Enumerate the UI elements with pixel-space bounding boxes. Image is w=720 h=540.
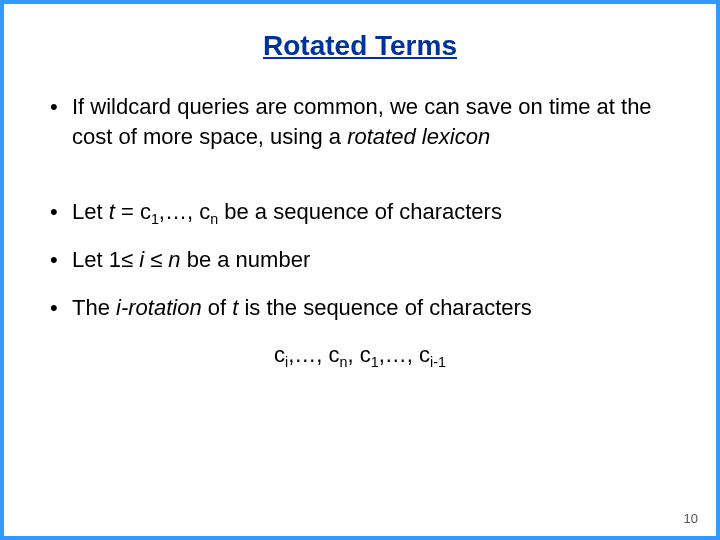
leq-icon: ≤ bbox=[121, 247, 133, 272]
slide-title: Rotated Terms bbox=[44, 30, 676, 62]
b2-d: be a sequence of characters bbox=[218, 199, 502, 224]
spacer bbox=[44, 171, 676, 197]
f-sep3: ,…, c bbox=[379, 342, 430, 367]
b3-a: Let 1 bbox=[72, 247, 121, 272]
f-sub-im1: i-1 bbox=[430, 354, 446, 370]
b3-n: n bbox=[162, 247, 180, 272]
f-c2: c bbox=[329, 342, 340, 367]
b4-b: of bbox=[202, 295, 233, 320]
bullet-1: If wildcard queries are common, we can s… bbox=[44, 92, 676, 153]
bullet-3: Let 1≤ i ≤ n be a number bbox=[44, 245, 676, 275]
bullet-1-italic: rotated lexicon bbox=[347, 124, 490, 149]
f-sub-n: n bbox=[340, 354, 348, 370]
leq-icon-2: ≤ bbox=[150, 247, 162, 272]
f-sep1: ,…, bbox=[288, 342, 328, 367]
b2-c: ,…, c bbox=[159, 199, 210, 224]
formula: ci,…, cn, c1,…, ci-1 bbox=[44, 342, 676, 368]
b2-b: = c bbox=[115, 199, 151, 224]
bullet-list-2: Let t = c1,…, cn be a sequence of charac… bbox=[44, 197, 676, 324]
b3-b: be a number bbox=[181, 247, 311, 272]
f-sep2: , c bbox=[348, 342, 371, 367]
bullet-2: Let t = c1,…, cn be a sequence of charac… bbox=[44, 197, 676, 227]
slide: Rotated Terms If wildcard queries are co… bbox=[0, 0, 720, 540]
bullet-4: The i-rotation of t is the sequence of c… bbox=[44, 293, 676, 323]
f-sub-1: 1 bbox=[371, 354, 379, 370]
b2-subn: n bbox=[210, 211, 218, 227]
bullet-list: If wildcard queries are common, we can s… bbox=[44, 92, 676, 153]
b3-i: i bbox=[133, 247, 150, 272]
b4-c: is the sequence of characters bbox=[238, 295, 532, 320]
b2-sub1: 1 bbox=[151, 211, 159, 227]
f-c1: c bbox=[274, 342, 285, 367]
page-number: 10 bbox=[684, 511, 698, 526]
b4-a: The bbox=[72, 295, 116, 320]
b2-a: Let bbox=[72, 199, 109, 224]
b4-rot: -rotation bbox=[121, 295, 202, 320]
